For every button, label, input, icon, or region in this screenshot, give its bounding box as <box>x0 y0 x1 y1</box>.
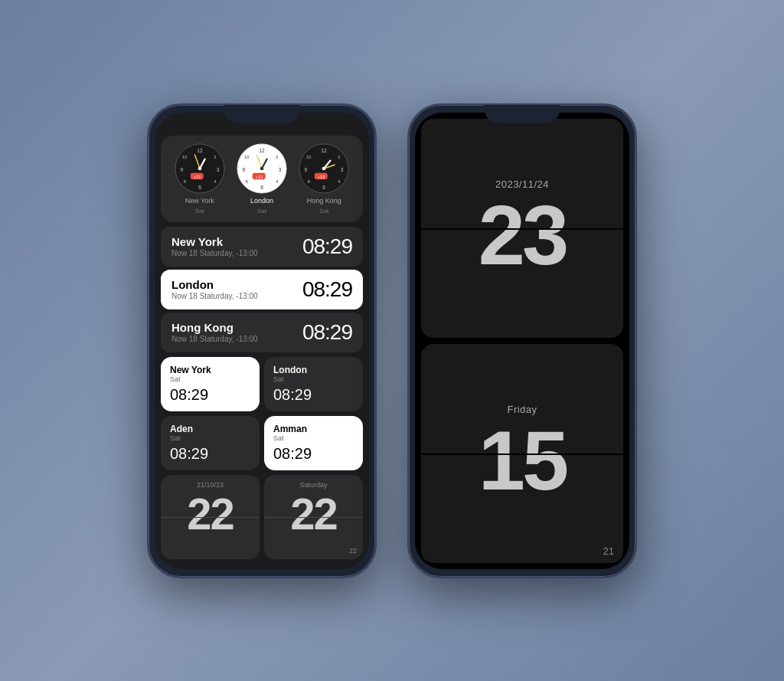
flip-panel-bottom: Friday 15 21 <box>421 344 623 563</box>
svg-text:12: 12 <box>197 148 203 153</box>
flip-mini-divider-1 <box>161 517 260 518</box>
svg-point-27 <box>260 166 264 170</box>
svg-text:4: 4 <box>214 178 216 183</box>
wc-left-hongkong: Hong Kong Now 18 Staturday, -13:00 <box>172 321 258 343</box>
svg-point-13 <box>198 166 201 170</box>
phone-1: 12 3 6 9 10 2 4 8 +13 New <box>147 103 377 578</box>
small-widget-london: London Sat 08:29 <box>264 357 363 411</box>
svg-point-41 <box>322 166 326 170</box>
world-clock-london: London Now 18 Staturday, -13:00 08:29 <box>161 270 363 309</box>
flip-mini-number-1: 22 <box>167 492 253 536</box>
city-name-london: London <box>172 278 258 291</box>
wc-left-newyork: New York Now 18 Staturday, -13:00 <box>172 235 258 257</box>
flip-mini-label-date: 21/10/23 <box>167 481 253 489</box>
svg-text:8: 8 <box>308 178 310 183</box>
svg-text:8: 8 <box>246 178 248 183</box>
flip-top-number: 23 <box>479 193 566 277</box>
flip-mini-number-2: 22 <box>270 492 357 536</box>
phone1-screen: 12 3 6 9 10 2 4 8 +13 New <box>155 113 369 569</box>
svg-text:2: 2 <box>214 154 216 159</box>
analog-clocks-widget: 12 3 6 9 10 2 4 8 +13 New <box>161 136 363 222</box>
svg-text:9: 9 <box>305 166 308 172</box>
analog-clock-hongkong: 12 3 6 9 10 2 4 8 +13 <box>299 143 349 194</box>
wc-time-london: 08:29 <box>302 277 352 302</box>
sw-time-aden: 08:29 <box>170 445 250 463</box>
world-clock-newyork: New York Now 18 Staturday, -13:00 08:29 <box>161 227 363 267</box>
city-sub-hongkong: Now 18 Staturday, -13:00 <box>172 335 258 343</box>
sw-time-newyork: 08:29 <box>170 386 250 404</box>
svg-text:4: 4 <box>276 178 278 183</box>
city-sub-london: Now 18 Staturday, -13:00 <box>172 292 258 300</box>
sw-time-amman: 08:29 <box>273 445 354 463</box>
svg-text:9: 9 <box>180 166 183 172</box>
clock-label-hongkong: Hong Kong <box>307 197 341 205</box>
phone-2: 2023/11/24 23 Friday 15 21 <box>407 103 637 578</box>
wc-time-hongkong: 08:29 <box>302 320 352 345</box>
world-clock-hongkong: Hong Kong Now 18 Staturday, -13:00 08:29 <box>161 313 363 352</box>
sw-day-london: Sat <box>273 375 354 383</box>
sw-city-amman: Amman <box>273 424 354 434</box>
clock-new-york: 12 3 6 9 10 2 4 8 +13 New <box>175 143 225 214</box>
svg-text:+13: +13 <box>255 175 263 179</box>
flip-panel-top-divider <box>421 228 623 230</box>
svg-text:6: 6 <box>322 185 325 190</box>
svg-text:10: 10 <box>244 154 249 159</box>
small-widget-aden: Aden Sat 08:29 <box>161 416 260 470</box>
svg-text:6: 6 <box>198 185 201 190</box>
svg-text:10: 10 <box>306 154 311 159</box>
sw-day-amman: Sat <box>273 434 354 442</box>
flip-mini-date: 21/10/23 22 <box>161 475 260 559</box>
small-widget-amman: Amman Sat 08:29 <box>264 416 363 470</box>
small-widget-newyork: New York Sat 08:29 <box>161 357 260 411</box>
svg-text:2: 2 <box>338 154 341 159</box>
svg-text:9: 9 <box>243 166 246 172</box>
sw-city-newyork: New York <box>170 365 250 375</box>
small-widgets-row2: Aden Sat 08:29 Amman Sat 08:29 <box>161 416 363 470</box>
wc-time-newyork: 08:29 <box>302 234 352 259</box>
city-name-hongkong: Hong Kong <box>172 321 258 334</box>
flip-mini-label-day: Saturday <box>270 481 357 489</box>
svg-text:4: 4 <box>338 178 341 183</box>
svg-text:8: 8 <box>183 178 185 183</box>
city-name-newyork: New York <box>172 235 258 248</box>
sw-time-london: 08:29 <box>273 386 354 404</box>
svg-text:+13: +13 <box>193 175 201 179</box>
svg-text:3: 3 <box>216 166 219 172</box>
flip-panel-bottom-divider <box>421 453 623 455</box>
svg-text:2: 2 <box>276 154 278 159</box>
small-widgets-row1: New York Sat 08:29 London Sat 08:29 <box>161 357 363 411</box>
svg-text:10: 10 <box>182 154 187 159</box>
svg-text:12: 12 <box>259 148 265 153</box>
analog-clock-london: 12 3 6 9 10 2 4 8 +13 <box>237 143 287 194</box>
clock-label-london: London <box>250 197 273 205</box>
flip-bottom-number: 15 <box>479 418 566 503</box>
city-sub-newyork: Now 18 Staturday, -13:00 <box>172 249 258 257</box>
svg-text:+13: +13 <box>318 175 325 179</box>
flip-mini-sub: 22 <box>349 547 357 555</box>
sw-day-aden: Sat <box>170 434 250 442</box>
flip-panel-top: 2023/11/24 23 <box>421 119 623 338</box>
sw-city-london: London <box>273 365 354 375</box>
analog-clock-newyork: 12 3 6 9 10 2 4 8 +13 <box>175 143 225 194</box>
svg-text:3: 3 <box>341 166 344 172</box>
clock-day-london: Sat <box>257 208 266 214</box>
sw-day-newyork: Sat <box>170 375 250 383</box>
svg-text:12: 12 <box>322 148 328 153</box>
clock-day-newyork: Sat <box>195 208 204 214</box>
clock-hongkong: 12 3 6 9 10 2 4 8 +13 Hong Kong Sat <box>299 143 349 214</box>
svg-text:3: 3 <box>279 166 282 172</box>
clock-day-hongkong: Sat <box>319 208 328 214</box>
wc-left-london: London Now 18 Staturday, -13:00 <box>172 278 258 300</box>
sw-city-aden: Aden <box>170 424 250 434</box>
flip-corner-number: 21 <box>603 545 614 557</box>
clock-label-newyork: New York <box>185 197 214 205</box>
flip-mini-divider-2 <box>264 517 363 518</box>
svg-text:6: 6 <box>260 185 263 190</box>
clock-london: 12 3 6 9 10 2 4 8 +13 London Sat <box>237 143 287 214</box>
phone2-screen: 2023/11/24 23 Friday 15 21 <box>415 113 629 569</box>
flip-mini-row: 21/10/23 22 Saturday 22 22 <box>161 475 363 559</box>
flip-mini-day: Saturday 22 22 <box>264 475 363 559</box>
